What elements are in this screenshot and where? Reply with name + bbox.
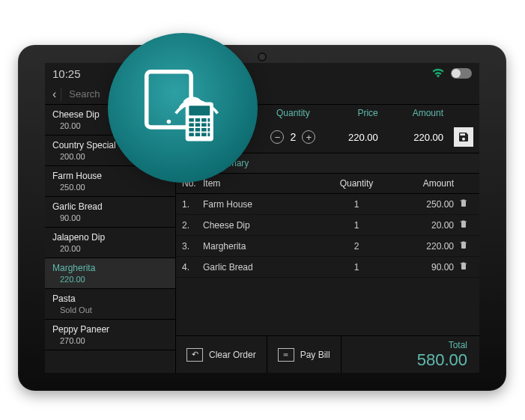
wireless-order-badge <box>108 33 258 183</box>
svg-rect-11 <box>207 123 210 127</box>
row-amount: 220.00 <box>386 241 454 252</box>
svg-rect-14 <box>201 128 207 132</box>
menu-item-name: Margherita <box>52 263 168 273</box>
camera-dot <box>259 54 265 60</box>
row-item: Farm House <box>203 199 327 210</box>
menu-item-name: Peppy Paneer <box>52 324 168 335</box>
status-bar: 10:25 <box>45 63 479 84</box>
menu-item-price: 20.00 <box>52 244 168 253</box>
svg-rect-17 <box>195 133 201 136</box>
menu-item-price: Sold Out <box>52 305 168 314</box>
svg-point-1 <box>167 120 172 124</box>
row-amount: 20.00 <box>386 220 454 231</box>
row-no: 1. <box>182 199 203 210</box>
svg-rect-19 <box>207 133 210 136</box>
summary-header: No. Item Quantity Amount <box>176 174 479 194</box>
delete-icon[interactable] <box>454 261 473 273</box>
current-amount: 220.00 <box>378 132 449 143</box>
clear-icon: ↶ <box>186 348 203 362</box>
row-qty: 2 <box>327 241 386 252</box>
row-no: 2. <box>182 220 203 231</box>
pay-icon: ＝ <box>278 348 294 362</box>
svg-rect-10 <box>201 123 207 127</box>
toggle-switch[interactable] <box>451 68 472 79</box>
delete-icon[interactable] <box>454 198 473 210</box>
clear-label: Clear Order <box>209 350 256 360</box>
menu-item[interactable]: Jalapeno Dip20.00 <box>45 228 175 258</box>
svg-rect-8 <box>189 123 194 127</box>
row-amount: 250.00 <box>386 199 454 210</box>
sum-col-item: Item <box>203 178 327 189</box>
row-no: 3. <box>182 241 203 252</box>
save-button[interactable] <box>454 127 473 147</box>
delete-icon[interactable] <box>454 219 473 231</box>
summary-body: 1.Farm House1250.002.Cheese Dip120.003.M… <box>176 194 479 335</box>
menu-item-price: 220.00 <box>52 275 168 284</box>
menu-item[interactable]: Peppy Paneer270.00 <box>45 320 175 350</box>
total-label: Total <box>417 340 467 350</box>
col-price: Price <box>326 108 378 118</box>
total-box: Total 580.00 <box>405 337 479 373</box>
pay-bill-button[interactable]: ＝ Pay Bill <box>267 336 342 373</box>
summary-row: 4.Garlic Bread190.00 <box>176 257 479 278</box>
svg-rect-7 <box>207 118 210 122</box>
row-amount: 90.00 <box>386 262 454 273</box>
clock: 10:25 <box>52 67 81 80</box>
sum-col-qty: Quantity <box>327 178 386 189</box>
qty-plus-button[interactable]: + <box>302 130 315 144</box>
svg-rect-12 <box>189 128 194 132</box>
menu-item-name: Jalapeno Dip <box>52 232 168 243</box>
tablet-frame: 10:25 ‹ Cheese Dip20.00Country Special20… <box>18 45 506 391</box>
menu-item-name: Pasta <box>52 293 168 304</box>
menu-item[interactable]: Garlic Bread90.00 <box>45 197 175 228</box>
row-qty: 1 <box>327 262 386 273</box>
row-item: Garlic Bread <box>203 262 327 273</box>
svg-rect-13 <box>195 128 201 132</box>
svg-rect-6 <box>201 118 207 122</box>
svg-rect-15 <box>207 128 210 132</box>
svg-rect-0 <box>147 72 191 127</box>
svg-rect-3 <box>189 106 210 115</box>
menu-item[interactable]: Margherita220.00 <box>45 258 175 289</box>
svg-rect-9 <box>195 123 201 127</box>
col-qty: Quantity <box>261 108 326 118</box>
summary-row: 1.Farm House1250.00 <box>176 194 479 215</box>
pay-label: Pay Bill <box>300 350 330 360</box>
delete-icon[interactable] <box>454 240 473 252</box>
svg-rect-18 <box>201 133 207 136</box>
clear-order-button[interactable]: ↶ Clear Order <box>176 336 267 373</box>
qty-minus-button[interactable]: − <box>270 130 284 144</box>
col-amount: Amount <box>378 108 473 118</box>
back-icon[interactable]: ‹ <box>49 88 59 101</box>
footer-bar: ↶ Clear Order ＝ Pay Bill Total 580.00 <box>176 335 479 373</box>
summary-row: 3.Margherita2220.00 <box>176 236 479 257</box>
row-qty: 1 <box>327 199 386 210</box>
wifi-icon <box>431 67 445 80</box>
menu-item-price: 250.00 <box>52 183 168 192</box>
sum-col-amount: Amount <box>386 178 454 189</box>
svg-rect-5 <box>195 118 201 122</box>
row-item: Cheese Dip <box>203 220 327 231</box>
summary-row: 2.Cheese Dip120.00 <box>176 215 479 236</box>
svg-rect-4 <box>189 118 194 122</box>
row-item: Margherita <box>203 241 327 252</box>
menu-item-price: 270.00 <box>52 336 168 345</box>
total-value: 580.00 <box>417 350 467 370</box>
menu-item-name: Garlic Bread <box>52 201 168 212</box>
current-price: 220.00 <box>326 132 378 143</box>
menu-item-price: 90.00 <box>52 213 168 222</box>
qty-value: 2 <box>290 131 296 143</box>
row-qty: 1 <box>327 220 386 231</box>
row-no: 4. <box>182 262 203 273</box>
menu-item[interactable]: PastaSold Out <box>45 289 175 320</box>
svg-rect-16 <box>189 133 194 136</box>
